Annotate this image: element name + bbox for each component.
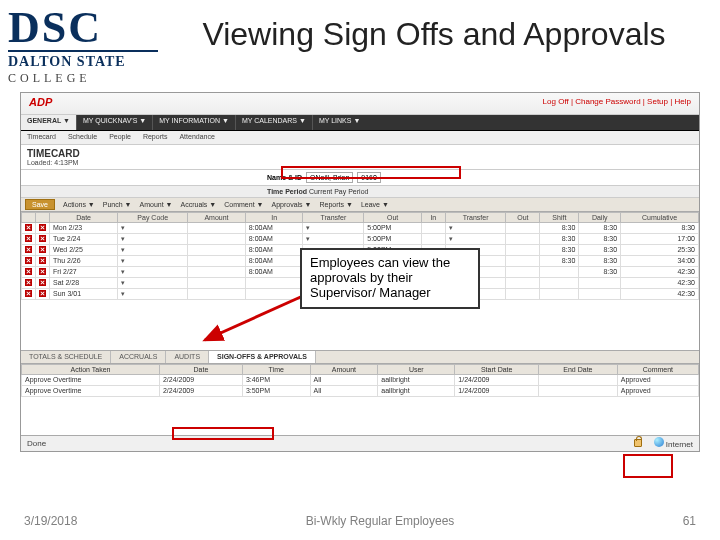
nav-myinfo[interactable]: MY INFORMATION ▼	[152, 115, 235, 130]
logo-abbrev: DSC	[8, 8, 158, 52]
menu-reports[interactable]: Reports ▼	[319, 201, 352, 208]
footer-page: 61	[683, 514, 696, 528]
delete-icon[interactable]	[25, 246, 32, 253]
delete-icon[interactable]	[25, 257, 32, 264]
menu-approvals[interactable]: Approvals ▼	[271, 201, 311, 208]
table-row[interactable]: Approve Overtime2/24/20093:46PMAllaallbr…	[22, 374, 699, 385]
delete-icon[interactable]	[25, 279, 32, 286]
col-in: In	[245, 212, 303, 222]
lower-tab-strip: TOTALS & SCHEDULE ACCRUALS AUDITS SIGN-O…	[21, 350, 699, 364]
logo-line3: COLLEGE	[8, 71, 158, 86]
table-row[interactable]: Approve Overtime2/24/20093:50PMAllaallbr…	[22, 385, 699, 396]
subnav-schedule[interactable]: Schedule	[62, 131, 103, 144]
insert-icon[interactable]	[39, 257, 46, 264]
tab-highlight-box	[172, 427, 274, 440]
slide-footer: 3/19/2018 Bi-Wkly Regular Employees 61	[0, 514, 720, 528]
subnav-timecard[interactable]: Timecard	[21, 131, 62, 144]
name-highlight-box	[281, 166, 461, 179]
timecard-loaded: Loaded: 4:13PM	[27, 159, 693, 166]
adp-header: ADP Log Off | Change Password | Setup | …	[21, 93, 699, 115]
tab-signoffs-approvals[interactable]: SIGN-OFFS & APPROVALS	[209, 351, 316, 363]
nav-general[interactable]: GENERAL ▼	[21, 115, 76, 130]
table-row[interactable]: Tue 2/24▾8:00AM▾5:00PM▾8:308:3017:00	[22, 233, 699, 244]
acol-amount: Amount	[310, 364, 378, 374]
delete-icon[interactable]	[25, 290, 32, 297]
col-date: Date	[50, 212, 118, 222]
nav-quicknavs[interactable]: MY QUICKNAV'S ▼	[76, 115, 152, 130]
nav-mylinks[interactable]: MY LINKS ▼	[312, 115, 366, 130]
col-transfer2: Transfer	[445, 212, 506, 222]
timecard-toolbar: Save Actions ▼ Punch ▼ Amount ▼ Accruals…	[21, 198, 699, 212]
menu-punch[interactable]: Punch ▼	[103, 201, 132, 208]
nav-mycal[interactable]: MY CALENDARS ▼	[235, 115, 312, 130]
time-period-row: Time Period Current Pay Period	[21, 186, 699, 198]
footer-center: Bi-Wkly Regular Employees	[306, 514, 455, 528]
menu-accruals[interactable]: Accruals ▼	[181, 201, 217, 208]
delete-icon[interactable]	[25, 235, 32, 242]
delete-icon[interactable]	[25, 268, 32, 275]
insert-icon[interactable]	[39, 268, 46, 275]
adp-top-links[interactable]: Log Off | Change Password | Setup | Help	[543, 97, 691, 106]
callout-box: Employees can view the approvals by thei…	[300, 248, 480, 309]
acol-time: Time	[242, 364, 310, 374]
col-daily: Daily	[579, 212, 621, 222]
time-period-value[interactable]: Current Pay Period	[309, 188, 369, 195]
browser-statusbar: Done Internet	[21, 435, 699, 451]
callout-text: Employees can view the approvals by thei…	[310, 255, 450, 300]
insert-icon[interactable]	[39, 224, 46, 231]
col-out: Out	[364, 212, 422, 222]
insert-icon[interactable]	[39, 246, 46, 253]
tab-audits[interactable]: AUDITS	[166, 351, 209, 363]
menu-leave[interactable]: Leave ▼	[361, 201, 389, 208]
subnav-reports[interactable]: Reports	[137, 131, 174, 144]
tab-totals[interactable]: TOTALS & SCHEDULE	[21, 351, 111, 363]
acol-end: End Date	[539, 364, 618, 374]
acol-date: Date	[159, 364, 242, 374]
adp-logo: ADP	[29, 96, 52, 108]
menu-actions[interactable]: Actions ▼	[63, 201, 95, 208]
delete-icon[interactable]	[25, 224, 32, 231]
col-in2: In	[421, 212, 445, 222]
acol-start: Start Date	[455, 364, 539, 374]
save-button[interactable]: Save	[25, 199, 55, 210]
col-out2: Out	[506, 212, 540, 222]
table-row[interactable]: Mon 2/23▾8:00AM▾5:00PM▾8:308:308:30	[22, 222, 699, 233]
col-amount: Amount	[188, 212, 246, 222]
acol-comment: Comment	[617, 364, 698, 374]
status-internet: Internet	[666, 440, 693, 449]
acol-user: User	[378, 364, 455, 374]
slide-title: Viewing Sign Offs and Approvals	[168, 16, 700, 53]
subnav-people[interactable]: People	[103, 131, 137, 144]
insert-icon[interactable]	[39, 235, 46, 242]
tab-accruals[interactable]: ACCRUALS	[111, 351, 166, 363]
internet-icon	[654, 437, 664, 447]
acol-action: Action Taken	[22, 364, 160, 374]
col-transfer: Transfer	[303, 212, 364, 222]
col-shift: Shift	[540, 212, 579, 222]
comment-highlight-box	[623, 454, 673, 478]
col-paycode: Pay Code	[118, 212, 188, 222]
insert-icon[interactable]	[39, 290, 46, 297]
footer-date: 3/19/2018	[24, 514, 77, 528]
lock-icon	[634, 439, 642, 447]
col-cumulative: Cumulative	[621, 212, 699, 222]
menu-amount[interactable]: Amount ▼	[140, 201, 173, 208]
dsc-logo: DSC DALTON STATE COLLEGE	[8, 8, 158, 86]
insert-icon[interactable]	[39, 279, 46, 286]
audit-grid: Action Taken Date Time Amount User Start…	[21, 364, 699, 397]
main-nav: GENERAL ▼ MY QUICKNAV'S ▼ MY INFORMATION…	[21, 115, 699, 131]
status-done: Done	[27, 439, 46, 448]
logo-line2: DALTON STATE	[8, 54, 158, 70]
subnav-attendance[interactable]: Attendance	[173, 131, 220, 144]
sub-nav: Timecard Schedule People Reports Attenda…	[21, 131, 699, 145]
menu-comment[interactable]: Comment ▼	[224, 201, 263, 208]
timecard-title: TIMECARD	[27, 148, 693, 159]
